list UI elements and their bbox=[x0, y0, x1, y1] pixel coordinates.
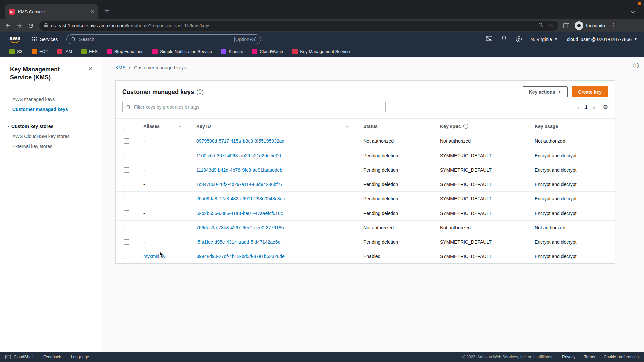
alias-cell: - bbox=[138, 210, 191, 216]
favorite-label: Kinesis bbox=[229, 49, 243, 54]
key-spec-info-icon[interactable]: i bbox=[463, 124, 468, 129]
key-id-link[interactable]: 0979508d-5717-415a-b8c3-8f55195932ac bbox=[191, 138, 358, 144]
status-cell: Pending deletion bbox=[358, 182, 435, 187]
status-cell: Pending deletion bbox=[358, 239, 435, 245]
new-tab-button[interactable]: + bbox=[105, 7, 109, 15]
favorite-service[interactable]: Key Management Service bbox=[292, 49, 350, 54]
favorite-service[interactable]: Step Functions bbox=[107, 49, 144, 54]
favorite-service[interactable]: EFS bbox=[81, 49, 97, 54]
sidebar-section-custom-key-stores[interactable]: ▾ Custom key stores bbox=[0, 121, 102, 131]
favorite-service[interactable]: Simple Notification Service bbox=[152, 49, 212, 54]
breadcrumb-separator: › bbox=[129, 65, 130, 70]
browser-menu-icon[interactable]: ⋮ bbox=[610, 22, 616, 29]
favorite-service[interactable]: IAM bbox=[57, 49, 72, 54]
main-content: KMS › Customer managed keys i Customer m… bbox=[102, 57, 644, 352]
console-search-input[interactable]: Search [Option+S] bbox=[66, 34, 261, 44]
key-id-link[interactable]: f5fa1fec-d95e-4314-aadd-5fd47142ae6d bbox=[191, 239, 358, 245]
cloudshell-label: CloudShell bbox=[14, 355, 33, 359]
services-menu-button[interactable]: Services bbox=[32, 37, 58, 42]
filter-keys-input[interactable] bbox=[134, 104, 382, 110]
close-icon[interactable]: × bbox=[88, 65, 92, 72]
key-id-link[interactable]: 26a09da8-72a3-482c-9911-298d0948c3dc bbox=[191, 196, 358, 201]
breadcrumb-current: Customer managed keys bbox=[134, 65, 186, 70]
key-id-link[interactable]: 52b2b556-6886-41a3-be01-47aaefcf616c bbox=[191, 210, 358, 216]
column-header-key-id: Key ID bbox=[196, 124, 211, 129]
sidebar-item-external-key-stores[interactable]: External key stores bbox=[0, 141, 102, 152]
row-checkbox[interactable] bbox=[124, 210, 129, 216]
breadcrumb-kms-link[interactable]: KMS bbox=[115, 65, 125, 70]
row-checkbox-cell bbox=[116, 210, 138, 216]
row-checkbox[interactable] bbox=[124, 182, 129, 187]
key-spec-cell: SYMMETRIC_DEFAULT bbox=[435, 167, 529, 173]
lock-icon[interactable] bbox=[44, 23, 48, 29]
reload-button[interactable] bbox=[28, 23, 34, 29]
forward-button[interactable] bbox=[16, 22, 23, 29]
language-button[interactable]: Language bbox=[71, 355, 89, 359]
key-spec-cell: SYMMETRIC_DEFAULT bbox=[435, 153, 529, 158]
region-selector[interactable]: N. Virginia ▼ bbox=[531, 37, 558, 42]
browser-tab[interactable]: KMS Console × bbox=[5, 4, 98, 19]
sidebar-item-customer-managed-keys[interactable]: Customer managed keys bbox=[0, 104, 102, 114]
sidebar-item-cloudhsm-key-stores[interactable]: AWS CloudHSM key stores bbox=[0, 131, 102, 141]
filter-aliases-icon[interactable]: ▽ bbox=[179, 124, 181, 128]
favorite-service[interactable]: CloudWatch bbox=[252, 49, 283, 54]
key-id-link[interactable]: 1c347860-28f2-4b29-a114-83d94286bf27 bbox=[191, 182, 358, 187]
favorites-bar: S3 EC2 IAM EFS Step Functions Simple Not… bbox=[0, 46, 644, 57]
key-actions-button[interactable]: Key actions ▼ bbox=[523, 86, 568, 97]
row-checkbox[interactable] bbox=[124, 138, 129, 144]
account-menu[interactable]: cloud_user @ 0201-0287-7866 ▼ bbox=[567, 37, 637, 42]
info-panel-icon[interactable]: i bbox=[633, 63, 639, 68]
bookmark-star-icon[interactable]: ☆ bbox=[549, 23, 554, 29]
select-all-checkbox[interactable] bbox=[124, 124, 129, 129]
feedback-button[interactable]: Feedback bbox=[43, 355, 61, 359]
help-icon[interactable]: ? bbox=[516, 36, 522, 42]
region-label: N. Virginia bbox=[531, 37, 552, 42]
browser-update-dot bbox=[638, 2, 641, 5]
back-button[interactable] bbox=[5, 22, 11, 29]
table-header-row: Aliases ▽ Key ID ▽ Status Key spec i Key… bbox=[116, 118, 615, 134]
cookie-preferences-link[interactable]: Cookie preferences bbox=[604, 355, 639, 359]
side-panel-icon[interactable] bbox=[563, 23, 569, 28]
table-row: - 1100fc6d-3d7f-4993-ab29-c21e2dcf5e00 P… bbox=[116, 148, 615, 163]
previous-page-icon[interactable]: ‹ bbox=[577, 104, 579, 110]
row-checkbox[interactable] bbox=[124, 196, 129, 201]
row-checkbox[interactable] bbox=[124, 239, 129, 245]
cloudshell-icon[interactable] bbox=[486, 36, 492, 42]
service-icon bbox=[152, 49, 158, 54]
url-bar[interactable]: us-east-1.console.aws.amazon.com/kms/hom… bbox=[39, 21, 558, 31]
incognito-label: Incognito bbox=[586, 23, 605, 28]
column-header-aliases: Aliases bbox=[143, 124, 160, 129]
next-page-icon[interactable]: › bbox=[593, 104, 595, 110]
row-checkbox[interactable] bbox=[124, 225, 129, 230]
row-checkbox[interactable] bbox=[124, 153, 129, 158]
key-usage-cell: Encrypt and decrypt bbox=[529, 167, 615, 173]
row-checkbox[interactable] bbox=[124, 167, 129, 173]
alias-cell: - bbox=[138, 225, 191, 230]
table-settings-gear-icon[interactable]: ⚙ bbox=[603, 104, 608, 110]
sidebar-item-aws-managed-keys[interactable]: AWS managed keys bbox=[0, 94, 102, 104]
tab-close-icon[interactable]: × bbox=[91, 9, 94, 14]
aws-logo[interactable]: aws bbox=[9, 35, 21, 43]
key-id-link[interactable]: 766dec3a-78b8-4267-9ec2-cee0f2779185 bbox=[191, 225, 358, 230]
current-page[interactable]: 1 bbox=[585, 104, 588, 110]
terms-link[interactable]: Terms bbox=[584, 355, 595, 359]
key-id-link[interactable]: 111843d9-b42d-4b78-9fc8-ae91faaaddeb bbox=[191, 167, 358, 173]
filter-key-id-icon[interactable]: ▽ bbox=[346, 124, 348, 128]
service-icon bbox=[221, 49, 226, 54]
favorite-service[interactable]: S3 bbox=[9, 49, 22, 54]
tab-search-icon[interactable] bbox=[632, 8, 635, 14]
alias-link[interactable]: mykmskey bbox=[138, 254, 191, 259]
favorite-service[interactable]: EC2 bbox=[32, 49, 48, 54]
table-row: - 1c347860-28f2-4b29-a114-83d94286bf27 P… bbox=[116, 177, 615, 191]
notifications-bell-icon[interactable] bbox=[501, 36, 507, 43]
create-key-button[interactable]: Create key bbox=[572, 86, 608, 97]
page-search-icon[interactable] bbox=[538, 22, 543, 29]
privacy-link[interactable]: Privacy bbox=[562, 355, 575, 359]
favorite-label: Key Management Service bbox=[300, 49, 350, 54]
key-id-link[interactable]: 1100fc6d-3d7f-4993-ab29-c21e2dcf5e00 bbox=[191, 153, 358, 158]
cloudshell-button[interactable]: CloudShell bbox=[5, 355, 33, 359]
breadcrumb: KMS › Customer managed keys bbox=[115, 65, 186, 70]
key-id-link[interactable]: 39948d90-27df-4b13-bd5d-87e1b62326de bbox=[191, 254, 358, 259]
favorite-service[interactable]: Kinesis bbox=[221, 49, 243, 54]
row-checkbox[interactable] bbox=[124, 254, 129, 259]
